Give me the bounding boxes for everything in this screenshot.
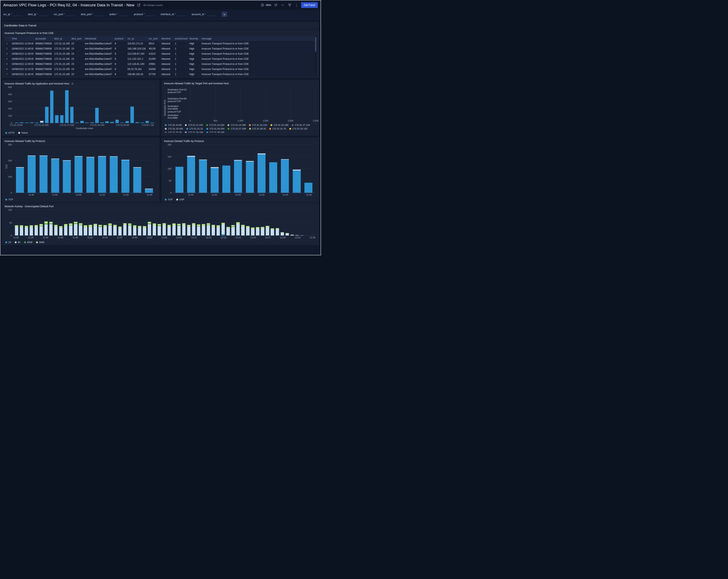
- scrollbar-thumb[interactable]: [315, 37, 316, 52]
- legend-item-TCP[interactable]: TCP: [5, 198, 13, 201]
- table-cell: 108.98.155.43: [126, 72, 147, 77]
- more-options-button[interactable]: ⋮: [294, 3, 299, 7]
- chevron-down-icon[interactable]: [280, 3, 285, 7]
- column-header-direction[interactable]: direction: [160, 36, 173, 41]
- legend-item-172.31.15.143[interactable]: 172.31.15.143: [249, 124, 267, 126]
- bar-segment-80: [64, 226, 67, 235]
- legend-item-8080[interactable]: 8080: [36, 241, 45, 244]
- legend-item-172.31.34.184[interactable]: 172.31.34.184: [185, 131, 203, 133]
- bar-segment-80: [30, 227, 33, 236]
- table-row[interactable]: 519/08/2022 12:00:00956882708938172.31.1…: [4, 62, 314, 67]
- legend-item-UDP[interactable]: UDP: [176, 198, 184, 201]
- filter-input-src_port[interactable]: [66, 13, 75, 16]
- column-header-eventCount[interactable]: eventCount: [173, 36, 187, 41]
- warning-icon[interactable]: ⚠: [71, 82, 74, 85]
- table-cell: 6: [113, 72, 126, 77]
- bar-segment-80: [177, 226, 181, 236]
- column-header-Time[interactable]: Time: [10, 36, 33, 41]
- bar-segment-HTTP: [126, 121, 129, 123]
- table-cell: eni-05d148a69ac1e5e47: [83, 56, 113, 62]
- y-tick-label: 100: [168, 168, 171, 170]
- legend-item-172.31.32.24[interactable]: 172.31.32.24: [165, 131, 182, 133]
- column-header-dest_ip[interactable]: dest_ip: [52, 36, 70, 41]
- table-cell: 956882708938: [33, 56, 52, 62]
- legend-item-23[interactable]: 23: [5, 241, 11, 244]
- legend-item-Telnet[interactable]: Telnet: [18, 132, 28, 134]
- legend-item-TCP[interactable]: TCP: [165, 198, 173, 201]
- legend-item-80[interactable]: 80: [15, 241, 21, 244]
- x-tick-label: 11:54: [102, 236, 108, 239]
- legend-item-172.31.10.60[interactable]: 172.31.10.60: [165, 124, 182, 126]
- bar-segment-80: [276, 229, 279, 235]
- column-header-Severity[interactable]: Severity: [187, 36, 200, 41]
- column-header-src_ip[interactable]: src_ip: [126, 36, 147, 41]
- table-row[interactable]: 319/08/2022 11:45:00956882708938172.31.1…: [4, 51, 314, 56]
- add-filter-button[interactable]: +: [222, 12, 227, 17]
- column-header-message[interactable]: message: [200, 36, 314, 41]
- legend-item-172.31.15.185[interactable]: 172.31.15.185: [270, 124, 289, 126]
- bar-segment-8080: [59, 226, 62, 228]
- legend-item-172.31.19.185[interactable]: 172.31.19.185: [165, 128, 183, 130]
- legend-item-HTTP[interactable]: HTTP: [5, 132, 15, 134]
- table-row[interactable]: 419/08/2022 12:00:00956882708938172.31.1…: [4, 56, 314, 62]
- legend-item-172.31.27.238[interactable]: 172.31.27.238: [228, 128, 246, 130]
- time-range-button[interactable]: -60m: [261, 3, 271, 7]
- bar-segment-HTTP: [50, 91, 54, 123]
- legend-item-172.31.32.132[interactable]: 172.31.32.132: [289, 128, 308, 130]
- bar-slot: [24, 210, 29, 236]
- legend-item-172.31.24.204[interactable]: 172.31.24.204: [206, 128, 225, 130]
- table-scrollbar[interactable]: [315, 36, 316, 76]
- legend-item-172.31.30.32[interactable]: 172.31.30.32: [249, 128, 266, 130]
- legend-item-172.31.31.76[interactable]: 172.31.31.76: [269, 128, 286, 130]
- bar-slot: [63, 210, 68, 236]
- legend-item-172.31.14.198[interactable]: 172.31.14.198: [228, 124, 246, 126]
- table-cell: High: [187, 46, 200, 51]
- bar-segment-80: [261, 228, 264, 236]
- column-header-protocol[interactable]: protocol: [113, 36, 126, 41]
- bar-slot: [256, 145, 267, 193]
- filter-input-protocol[interactable]: [146, 13, 155, 16]
- column-header-accountid[interactable]: accountid: [33, 36, 52, 41]
- bar-slot: [240, 210, 245, 236]
- legend-item-172.31.21.31[interactable]: 172.31.21.31: [186, 128, 203, 130]
- bar-segment-8080: [187, 225, 190, 227]
- filter-input-src_ip[interactable]: [13, 13, 22, 16]
- bar-segment-HTTP: [115, 120, 119, 123]
- bar: [173, 210, 176, 236]
- panel-target-port-host: Insecure Allowed Traffic by Target Port …: [161, 80, 319, 136]
- filter-input-dest_port[interactable]: [94, 13, 104, 16]
- bar-segment-8080: [54, 225, 57, 227]
- filter-button[interactable]: [287, 3, 292, 7]
- table-row[interactable]: 219/08/2022 11:45:00956882708938172.31.1…: [4, 46, 314, 51]
- column-header-interfaceid[interactable]: interfaceid: [83, 36, 113, 41]
- table-row[interactable]: 619/08/2022 12:15:00956882708938172.31.1…: [4, 67, 314, 72]
- legend-label: 172.31.14.198: [231, 124, 246, 126]
- filter-src_ip: src_ip*: [3, 13, 22, 16]
- bar-segment-TCP: [246, 162, 254, 193]
- bar-slot: [275, 210, 280, 236]
- legend-item-172.31.38.245[interactable]: 172.31.38.245: [206, 131, 225, 133]
- legend-item-172.31.17.134[interactable]: 172.31.17.134: [292, 124, 310, 126]
- legend-label: 172.31.14.154: [209, 124, 225, 126]
- legend-item-172.31.11.140[interactable]: 172.31.11.140: [185, 124, 203, 126]
- legend-item-8008[interactable]: 8008: [24, 241, 32, 244]
- legend-item-172.31.14.154[interactable]: 172.31.14.154: [206, 124, 225, 126]
- table-row[interactable]: 119/08/2022 12:00:00956882708938172.31.1…: [4, 41, 314, 46]
- legend-label: 172.31.38.245: [209, 131, 225, 133]
- bar: [34, 210, 38, 236]
- table-cell: 172.31.15.185: [52, 51, 70, 56]
- add-panel-button[interactable]: Add Panel: [301, 2, 318, 8]
- edit-title-icon[interactable]: [136, 3, 141, 7]
- filter-input-account_id[interactable]: [207, 13, 216, 16]
- table-row[interactable]: 719/08/2022 11:45:00956882708938172.31.1…: [4, 72, 314, 77]
- filter-input-interface_id[interactable]: [177, 13, 186, 16]
- filter-input-dest_ip[interactable]: [39, 13, 48, 16]
- column-header-src_port[interactable]: src_port: [147, 36, 160, 41]
- column-header-dest_port[interactable]: dest_port: [70, 36, 83, 41]
- table-cell: 956882708938: [33, 67, 52, 72]
- legend-dot: [165, 199, 167, 200]
- filter-input-action[interactable]: [119, 13, 128, 16]
- bar-slot: [255, 210, 260, 236]
- refresh-button[interactable]: [273, 3, 278, 7]
- y-tick-label: 0: [11, 234, 12, 237]
